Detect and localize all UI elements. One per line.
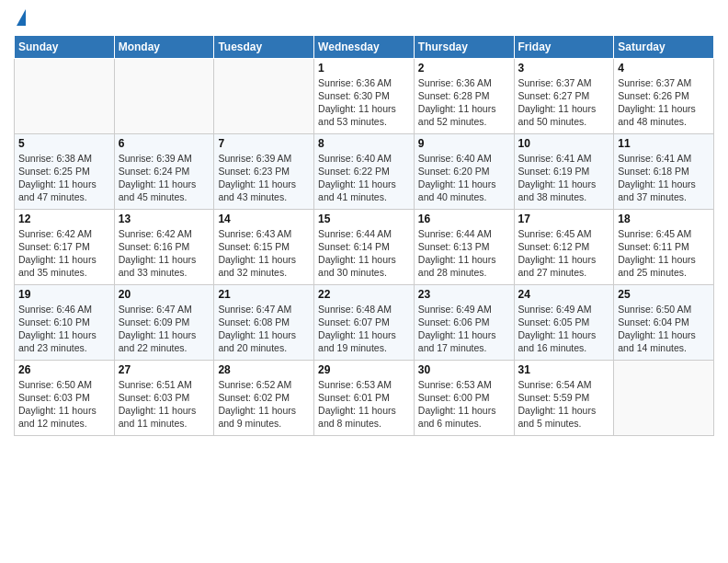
day-info: Sunrise: 6:49 AMSunset: 6:05 PMDaylight:… [518,303,610,355]
calendar-cell: 7Sunrise: 6:39 AMSunset: 6:23 PMDaylight… [214,133,314,209]
day-info: Sunrise: 6:37 AMSunset: 6:27 PMDaylight:… [518,76,610,129]
day-number: 2 [418,62,510,75]
week-row-5: 26Sunrise: 6:50 AMSunset: 6:03 PMDayligh… [15,360,714,435]
calendar-cell: 8Sunrise: 6:40 AMSunset: 6:22 PMDaylight… [314,133,415,209]
calendar-cell: 15Sunrise: 6:44 AMSunset: 6:14 PMDayligh… [314,209,415,284]
calendar-cell [214,58,314,133]
day-info: Sunrise: 6:40 AMSunset: 6:22 PMDaylight:… [318,152,410,204]
calendar-table: SundayMondayTuesdayWednesdayThursdayFrid… [14,35,714,436]
calendar-cell: 22Sunrise: 6:48 AMSunset: 6:07 PMDayligh… [314,284,415,360]
day-info: Sunrise: 6:47 AMSunset: 6:08 PMDaylight:… [218,303,310,355]
page: SundayMondayTuesdayWednesdayThursdayFrid… [0,0,728,563]
header [14,9,714,28]
calendar-cell: 25Sunrise: 6:50 AMSunset: 6:04 PMDayligh… [614,284,714,360]
day-number: 16 [418,213,510,225]
day-number: 17 [518,213,610,225]
calendar-cell: 20Sunrise: 6:47 AMSunset: 6:09 PMDayligh… [114,284,214,360]
day-info: Sunrise: 6:36 AMSunset: 6:28 PMDaylight:… [418,76,510,129]
day-number: 9 [418,137,510,150]
day-info: Sunrise: 6:54 AMSunset: 5:59 PMDaylight:… [518,378,610,431]
calendar-cell: 29Sunrise: 6:53 AMSunset: 6:01 PMDayligh… [314,360,415,435]
day-number: 14 [218,213,310,225]
calendar-header-thursday: Thursday [414,35,514,58]
day-number: 27 [119,363,210,376]
day-number: 3 [518,62,610,75]
day-number: 24 [518,288,610,301]
calendar-cell: 11Sunrise: 6:41 AMSunset: 6:18 PMDayligh… [614,133,714,209]
calendar-cell: 6Sunrise: 6:39 AMSunset: 6:24 PMDaylight… [114,133,214,209]
day-number: 4 [618,62,710,75]
day-info: Sunrise: 6:52 AMSunset: 6:02 PMDaylight:… [218,378,310,431]
day-number: 21 [218,288,310,301]
day-info: Sunrise: 6:49 AMSunset: 6:06 PMDaylight:… [418,303,510,355]
calendar-cell: 5Sunrise: 6:38 AMSunset: 6:25 PMDaylight… [15,133,115,209]
calendar-cell: 27Sunrise: 6:51 AMSunset: 6:03 PMDayligh… [114,360,214,435]
day-number: 13 [119,213,210,225]
calendar-cell [114,58,214,133]
day-number: 6 [119,137,210,150]
day-info: Sunrise: 6:48 AMSunset: 6:07 PMDaylight:… [318,303,410,355]
calendar-cell: 18Sunrise: 6:45 AMSunset: 6:11 PMDayligh… [614,209,714,284]
week-row-4: 19Sunrise: 6:46 AMSunset: 6:10 PMDayligh… [15,284,714,360]
day-info: Sunrise: 6:39 AMSunset: 6:24 PMDaylight:… [119,152,210,204]
day-info: Sunrise: 6:45 AMSunset: 6:11 PMDaylight:… [618,227,710,280]
day-number: 18 [618,213,710,225]
day-info: Sunrise: 6:39 AMSunset: 6:23 PMDaylight:… [218,152,310,204]
day-number: 20 [119,288,210,301]
day-number: 25 [618,288,710,301]
day-info: Sunrise: 6:45 AMSunset: 6:12 PMDaylight:… [518,227,610,280]
day-info: Sunrise: 6:50 AMSunset: 6:04 PMDaylight:… [618,303,710,355]
calendar-cell: 31Sunrise: 6:54 AMSunset: 5:59 PMDayligh… [514,360,614,435]
day-info: Sunrise: 6:44 AMSunset: 6:14 PMDaylight:… [318,227,410,280]
day-number: 11 [618,137,710,150]
day-info: Sunrise: 6:53 AMSunset: 6:01 PMDaylight:… [318,378,410,431]
day-number: 19 [18,288,110,301]
day-number: 22 [318,288,410,301]
calendar-cell: 21Sunrise: 6:47 AMSunset: 6:08 PMDayligh… [214,284,314,360]
calendar-cell: 13Sunrise: 6:42 AMSunset: 6:16 PMDayligh… [114,209,214,284]
logo-triangle-icon [17,9,26,26]
calendar-header-monday: Monday [114,35,214,58]
calendar-header-saturday: Saturday [614,35,714,58]
calendar-header-sunday: Sunday [15,35,115,58]
calendar-cell: 26Sunrise: 6:50 AMSunset: 6:03 PMDayligh… [15,360,115,435]
day-number: 26 [18,363,110,376]
calendar-header-row: SundayMondayTuesdayWednesdayThursdayFrid… [15,35,714,58]
day-info: Sunrise: 6:36 AMSunset: 6:30 PMDaylight:… [318,76,410,129]
calendar-cell: 12Sunrise: 6:42 AMSunset: 6:17 PMDayligh… [15,209,115,284]
day-info: Sunrise: 6:41 AMSunset: 6:18 PMDaylight:… [618,152,710,204]
day-info: Sunrise: 6:50 AMSunset: 6:03 PMDaylight:… [18,378,110,431]
day-number: 1 [318,62,410,75]
calendar-header-tuesday: Tuesday [214,35,314,58]
calendar-cell: 9Sunrise: 6:40 AMSunset: 6:20 PMDaylight… [414,133,514,209]
calendar-cell: 4Sunrise: 6:37 AMSunset: 6:26 PMDaylight… [614,58,714,133]
day-number: 29 [318,363,410,376]
calendar-header-friday: Friday [514,35,614,58]
calendar-cell: 19Sunrise: 6:46 AMSunset: 6:10 PMDayligh… [15,284,115,360]
day-info: Sunrise: 6:43 AMSunset: 6:15 PMDaylight:… [218,227,310,280]
calendar-cell: 1Sunrise: 6:36 AMSunset: 6:30 PMDaylight… [314,58,415,133]
week-row-1: 1Sunrise: 6:36 AMSunset: 6:30 PMDaylight… [15,58,714,133]
day-number: 28 [218,363,310,376]
calendar-cell: 14Sunrise: 6:43 AMSunset: 6:15 PMDayligh… [214,209,314,284]
logo [14,9,26,28]
calendar-cell: 23Sunrise: 6:49 AMSunset: 6:06 PMDayligh… [414,284,514,360]
day-number: 8 [318,137,410,150]
day-number: 23 [418,288,510,301]
calendar-cell [15,58,115,133]
calendar-cell: 2Sunrise: 6:36 AMSunset: 6:28 PMDaylight… [414,58,514,133]
day-number: 12 [18,213,110,225]
calendar-cell: 16Sunrise: 6:44 AMSunset: 6:13 PMDayligh… [414,209,514,284]
calendar-header-wednesday: Wednesday [314,35,415,58]
week-row-3: 12Sunrise: 6:42 AMSunset: 6:17 PMDayligh… [15,209,714,284]
day-info: Sunrise: 6:46 AMSunset: 6:10 PMDaylight:… [18,303,110,355]
day-info: Sunrise: 6:53 AMSunset: 6:00 PMDaylight:… [418,378,510,431]
day-number: 15 [318,213,410,225]
calendar-cell [614,360,714,435]
day-number: 7 [218,137,310,150]
logo-text [14,9,26,28]
day-info: Sunrise: 6:42 AMSunset: 6:16 PMDaylight:… [119,227,210,280]
calendar-cell: 10Sunrise: 6:41 AMSunset: 6:19 PMDayligh… [514,133,614,209]
day-number: 30 [418,363,510,376]
day-number: 31 [518,363,610,376]
